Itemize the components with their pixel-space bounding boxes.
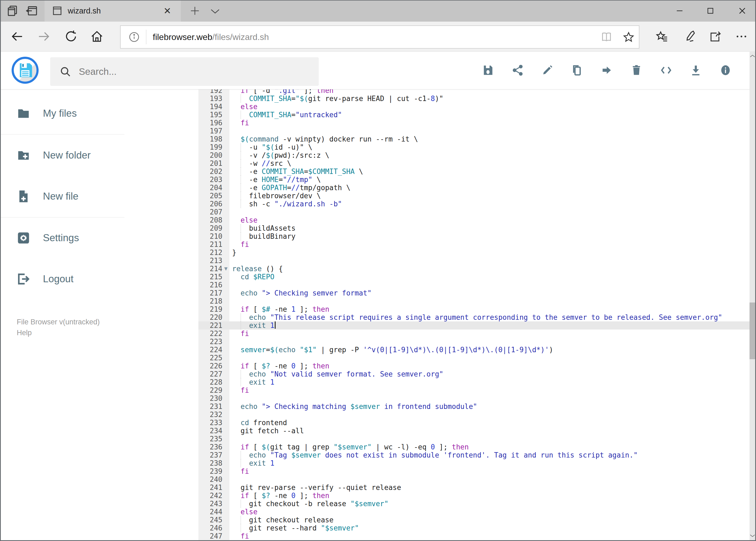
code-text: [229, 208, 232, 216]
forward-icon[interactable]: [37, 30, 51, 43]
code-line: 202 -e COMMIT_SHA=$COMMIT_SHA \: [198, 168, 750, 176]
line-number: 203: [198, 176, 222, 184]
tab-close-icon[interactable]: ✕: [162, 6, 172, 16]
fold-gutter: [222, 249, 229, 257]
line-number: 232: [198, 410, 222, 419]
window-minimize-button[interactable]: [667, 4, 692, 17]
code-line: 246 git reset --hard "$semver": [198, 524, 750, 532]
set-aside-tabs-icon[interactable]: [6, 4, 20, 18]
browser-menu-ellipsis-icon[interactable]: [735, 30, 748, 43]
line-number: 199: [198, 143, 222, 151]
new-tab-button[interactable]: [189, 5, 201, 17]
code-text: fi: [229, 386, 249, 394]
line-number: 225: [198, 354, 222, 362]
url-text: filebrowser.web/files/wizard.sh: [153, 32, 269, 42]
fold-arrow-icon[interactable]: ▼: [222, 265, 229, 273]
reading-view-icon[interactable]: [601, 31, 613, 43]
code-text: echo "Not valid semver format. See semve…: [229, 370, 443, 378]
code-line: 203 -e HOME="//tmp" \: [198, 176, 750, 184]
fold-gutter: [222, 378, 229, 386]
line-number: 240: [198, 475, 222, 483]
hub-favorites-icon[interactable]: [655, 30, 669, 43]
home-icon[interactable]: [90, 30, 104, 43]
line-number: 228: [198, 378, 222, 386]
tab-preview-chevron-icon[interactable]: [209, 7, 221, 15]
code-text: filebrowser/dev \: [229, 192, 321, 200]
line-number: 233: [198, 419, 222, 427]
indent-guide: [240, 151, 241, 159]
help-link[interactable]: Help: [17, 327, 157, 338]
text-cursor: [275, 321, 276, 329]
window-maximize-button[interactable]: [698, 4, 722, 17]
url-bar[interactable]: filebrowser.web/files/wizard.sh: [120, 25, 639, 49]
edit-icon[interactable]: [541, 64, 554, 76]
code-line: 200 -v /$(pwd):/src:z \: [198, 151, 750, 159]
code-editor[interactable]: 192 if [ -d ".git" ]; then193 COMMIT_SHA…: [198, 89, 750, 540]
fold-gutter: [222, 159, 229, 168]
site-info-icon[interactable]: [128, 31, 140, 43]
scroll-up-icon[interactable]: [750, 51, 755, 61]
code-line: 196 fi: [198, 119, 750, 127]
fold-gutter: [222, 143, 229, 151]
info-icon[interactable]: [719, 64, 732, 76]
line-number: 217: [198, 289, 222, 297]
fold-gutter: [222, 410, 229, 419]
code-line: 219 if [ $# -ne 1 ]; then: [198, 305, 750, 313]
line-number: 236: [198, 443, 222, 451]
indent-guide: [240, 176, 241, 184]
fold-gutter: [222, 483, 229, 492]
sidebar-item-new-file[interactable]: New file: [1, 184, 125, 209]
code-line: 215 cd $REPO: [198, 273, 750, 281]
scrollbar-thumb[interactable]: [750, 302, 755, 359]
fold-gutter: [222, 281, 229, 289]
line-number: 231: [198, 402, 222, 410]
code-line: 242 if [ $? -ne 0 ]; then: [198, 492, 750, 500]
line-number: 229: [198, 386, 222, 394]
indent-guide: [240, 143, 241, 151]
code-line: 227 echo "Not valid semver format. See s…: [198, 370, 750, 378]
fold-gutter: [222, 467, 229, 475]
sidebar-item-logout[interactable]: Logout: [1, 267, 125, 291]
save-icon[interactable]: [482, 64, 494, 76]
sidebar-item-my-files[interactable]: My files: [1, 101, 125, 126]
download-icon[interactable]: [690, 64, 702, 76]
url-host: filebrowser.web: [153, 32, 212, 42]
browser-tab-wizard[interactable]: wizard.sh ✕: [45, 0, 181, 22]
copy-icon[interactable]: [571, 64, 583, 76]
line-number: 234: [198, 427, 222, 435]
fold-gutter: [222, 305, 229, 313]
share-icon[interactable]: [511, 64, 524, 76]
share-page-icon[interactable]: [709, 30, 722, 43]
web-notes-pen-icon[interactable]: [683, 30, 697, 43]
code-icon[interactable]: [660, 64, 672, 76]
delete-icon[interactable]: [630, 64, 642, 76]
sidebar-item-new-folder[interactable]: New folder: [1, 143, 125, 168]
sidebar-item-settings[interactable]: Settings: [1, 226, 125, 250]
favorite-star-icon[interactable]: [623, 31, 634, 43]
window-border-left: [0, 0, 1, 541]
line-number: 211: [198, 241, 222, 249]
app-header: Search...: [1, 51, 751, 89]
fold-gutter: [222, 362, 229, 370]
search-input[interactable]: Search...: [50, 57, 319, 86]
sidebar-item-label: New file: [43, 191, 79, 202]
line-number: 197: [198, 127, 222, 135]
filebrowser-logo[interactable]: [12, 57, 39, 84]
refresh-icon[interactable]: [64, 30, 78, 43]
move-icon[interactable]: [601, 64, 613, 76]
code-text: exit 1: [229, 321, 276, 329]
code-line: 214▼release () {: [198, 265, 750, 273]
browser-titlebar: wizard.sh ✕: [0, 0, 756, 22]
restore-tabs-icon[interactable]: [25, 4, 39, 18]
back-icon[interactable]: [10, 30, 24, 43]
code-text: git reset --hard "$semver": [229, 524, 359, 532]
scroll-down-icon[interactable]: [750, 531, 755, 540]
page-scrollbar[interactable]: [750, 51, 755, 540]
code-text: $(command -v winpty) docker run --rm -it…: [229, 135, 418, 143]
code-line: 228 exit 1: [198, 378, 750, 386]
window-close-button[interactable]: [730, 4, 754, 17]
indent-guide: [240, 224, 241, 232]
fold-gutter: [222, 89, 229, 95]
fold-gutter: [222, 192, 229, 200]
code-text: echo "> Checking semver format": [229, 289, 372, 297]
